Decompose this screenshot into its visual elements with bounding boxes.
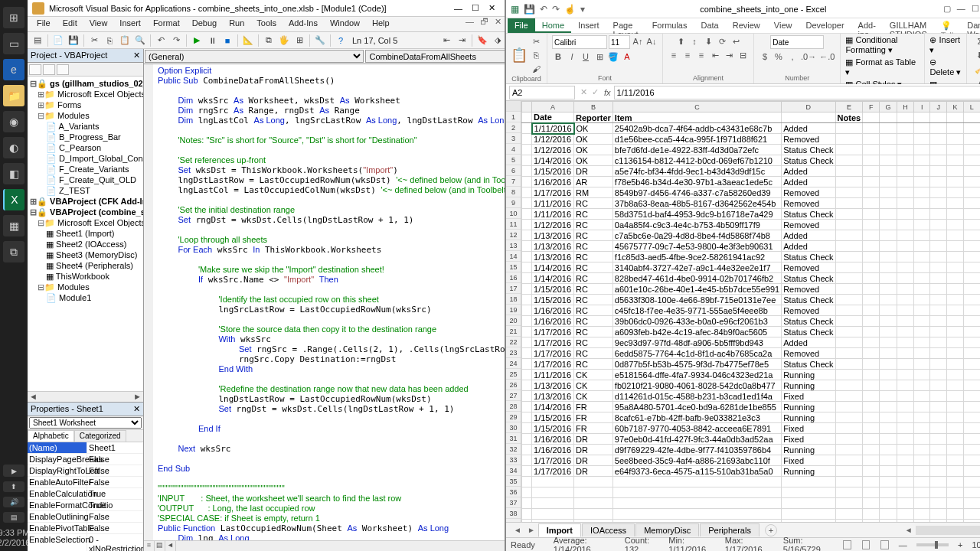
tab-insert[interactable]: Insert: [571, 18, 606, 33]
procedure-combo[interactable]: CombineDataFromAllSheets: [365, 50, 505, 63]
project-tree[interactable]: ⊟🔒 gs (gillham_studios_02_00_02 ⊞📁 Micro…: [28, 77, 143, 391]
tab-review[interactable]: Review: [726, 18, 767, 33]
grow-font-icon[interactable]: A↑: [632, 35, 644, 47]
prop-row[interactable]: EnableCalculationTrue: [28, 488, 143, 500]
wrap-text-icon[interactable]: ↩: [730, 35, 742, 47]
comma-icon[interactable]: ,: [786, 51, 799, 63]
properties-icon[interactable]: 🖐: [277, 34, 291, 47]
properties-header[interactable]: Properties - Sheet1✕: [28, 402, 143, 416]
tab-data[interactable]: Data: [694, 18, 725, 33]
find-icon[interactable]: 🔍: [133, 34, 147, 47]
redo-icon[interactable]: ↷: [169, 34, 183, 47]
view-object-icon[interactable]: [43, 64, 55, 75]
formula-bar[interactable]: [614, 86, 980, 99]
underline-button[interactable]: U: [580, 51, 592, 63]
minimize-icon[interactable]: —: [449, 4, 467, 13]
enter-formula-icon[interactable]: ✓: [590, 87, 601, 97]
task-view-icon[interactable]: ▭: [3, 33, 24, 54]
align-center-icon[interactable]: ≡: [681, 49, 694, 61]
tab-gillham[interactable]: GILLHAM STUDIOS: [883, 18, 934, 33]
object-browser-icon[interactable]: ⊞: [292, 34, 306, 47]
project-explorer-header[interactable]: Project - VBAProject✕: [28, 49, 143, 63]
fill-color-icon[interactable]: 🪣: [607, 51, 619, 63]
tab-pagelayout[interactable]: Page Layout: [606, 18, 645, 33]
prop-row[interactable]: EnableAutoFilterFalse: [28, 477, 143, 488]
table-row[interactable]: 1/15/2016RCd5633f308-100e-4e66-89bf-715e…: [522, 295, 981, 305]
zoom-slider[interactable]: [916, 543, 949, 546]
indent-icon[interactable]: ⇥: [455, 34, 469, 47]
excel-icon[interactable]: X: [3, 189, 24, 210]
table-row[interactable]: [522, 477, 981, 487]
vscode-icon[interactable]: ⧉: [3, 241, 24, 262]
menu-tools[interactable]: Tools: [250, 17, 283, 31]
properties-object-combo[interactable]: Sheet1 Worksheet: [28, 416, 143, 430]
outdent-icon[interactable]: ⇤: [439, 34, 453, 47]
table-row[interactable]: 1/13/2016RC45675777-09c7-4e53-9800-4e3f3…: [522, 241, 981, 252]
tab-developer[interactable]: Developer: [799, 18, 851, 33]
shrink-font-icon[interactable]: A↓: [645, 35, 658, 47]
save-icon[interactable]: 💾: [67, 34, 80, 47]
inc-dec-icon[interactable]: .0→: [800, 51, 817, 63]
reset-icon[interactable]: ■: [220, 34, 234, 47]
font-color-icon[interactable]: A: [621, 51, 633, 63]
table-row[interactable]: 1/17/2016RM8549b97-d456-4746-a337-c7a582…: [522, 187, 981, 198]
vbe-title-bar[interactable]: Microsoft Visual Basic for Applications …: [28, 0, 505, 17]
align-right-icon[interactable]: ≡: [695, 49, 707, 61]
insert-cells-button[interactable]: ⊕ Insert ▾: [929, 35, 962, 55]
tab-categorized[interactable]: Categorized: [74, 430, 126, 442]
table-row[interactable]: 1/15/2016FR8cafc61-e7bb-42ff-bafb-9e0338…: [522, 412, 981, 423]
font-size-combo[interactable]: [609, 35, 630, 49]
insert-module-icon[interactable]: 📄: [51, 34, 65, 47]
autosum-icon[interactable]: Σ▾: [976, 35, 980, 47]
align-left-icon[interactable]: ≡: [668, 49, 680, 61]
prop-row[interactable]: EnablePivotTableFalse: [28, 523, 143, 534]
copy-icon[interactable]: ⎘: [103, 34, 116, 47]
excel-title-bar[interactable]: ▦ 💾 ↶ ↷ ☝ ▾ combine_sheets_into_one - Ex…: [506, 0, 980, 18]
copy-button[interactable]: ⎘: [530, 49, 542, 61]
menu-window[interactable]: Window: [324, 17, 366, 31]
tab-home[interactable]: Home: [535, 18, 571, 33]
table-row[interactable]: [522, 520, 981, 523]
orientation-icon[interactable]: ⟳: [716, 35, 728, 47]
mdi-minimize-icon[interactable]: —: [462, 17, 477, 31]
table-row[interactable]: 1/12/2016RC0a4a85f4-c9c3-4e4c-b753-4b509…: [522, 220, 981, 230]
table-row[interactable]: 1/11/2016OK25402a9b-dca7-4f64-addb-c4343…: [522, 123, 981, 134]
tray-icon-1[interactable]: ⬆: [3, 481, 24, 492]
menu-debug[interactable]: Debug: [186, 17, 223, 31]
menu-help[interactable]: Help: [366, 17, 396, 31]
delete-cells-button[interactable]: ⊖ Delete ▾: [929, 57, 962, 77]
table-row[interactable]: 1/14/2016RC3140abf4-3727-42e7-a9c1-44e32…: [522, 262, 981, 273]
run-icon[interactable]: ▶: [190, 34, 204, 47]
prop-row[interactable]: EnableSelection0 - xlNoRestrictions: [28, 534, 143, 551]
table-row[interactable]: 1/16/2016ARf78e5b46-b34d-4e30-97b1-a3aea…: [522, 177, 981, 187]
view-normal-icon[interactable]: [843, 540, 851, 549]
close-panel-icon[interactable]: ✕: [133, 51, 140, 60]
table-row[interactable]: 1/14/2016OKc1136154-b812-4412-b0cd-069ef…: [522, 155, 981, 166]
table-row[interactable]: [522, 509, 981, 520]
border-icon[interactable]: ⊞: [593, 51, 606, 63]
properties-grid[interactable]: (Name)Sheet1DisplayPageBreaksFalseDispla…: [28, 442, 143, 551]
paste-icon[interactable]: 📋: [118, 34, 132, 47]
people-icon[interactable]: ◐: [3, 137, 24, 158]
prop-row[interactable]: EnableOutliningFalse: [28, 511, 143, 523]
hscroll-track[interactable]: [916, 526, 980, 535]
action-center-icon[interactable]: ▤: [3, 512, 24, 523]
explorer-icon[interactable]: 📁: [3, 85, 24, 106]
menu-run[interactable]: Run: [223, 17, 250, 31]
table-row[interactable]: 1/16/2016RC39b06dc0-0926-433e-b0a0-e96cf…: [522, 316, 981, 327]
table-row[interactable]: [522, 498, 981, 509]
tell-me[interactable]: 💡 Tell me: [934, 18, 961, 33]
table-row[interactable]: 1/17/2016RCa6093feb-b42e-4c19-afec-84b9f…: [522, 327, 981, 337]
table-row[interactable]: 1/17/2016DR5ee8beed-35c9-4af4-a886-21693…: [522, 455, 981, 466]
app-icon-2[interactable]: ▦: [3, 215, 24, 236]
account-name[interactable]: Dan Wag...: [960, 18, 980, 33]
table-row[interactable]: 1/15/2016DRa5e74fc-bf34-4fdd-9ec1-b43d43…: [522, 166, 981, 177]
italic-button[interactable]: I: [566, 51, 578, 63]
table-row[interactable]: 1/17/2016DRe64f9373-6eca-4575-a115-510ab…: [522, 466, 981, 477]
table-row[interactable]: 1/14/2016FR95a8A480-5701-4ce0-bd9a-6281d…: [522, 402, 981, 412]
project-explorer-icon[interactable]: ⧉: [262, 34, 276, 47]
app-icon-1[interactable]: ◧: [3, 163, 24, 184]
outdent-xl-icon[interactable]: ⇤: [709, 49, 721, 61]
mdi-restore-icon[interactable]: 🗗: [477, 17, 492, 31]
menu-format[interactable]: Format: [147, 17, 186, 31]
